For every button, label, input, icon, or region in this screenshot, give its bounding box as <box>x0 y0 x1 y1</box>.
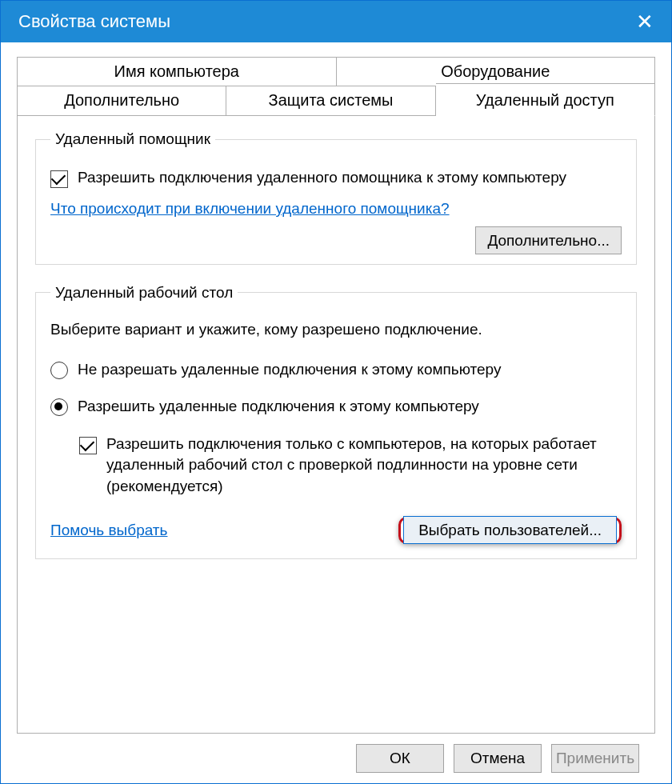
tab-strip: Имя компьютера Оборудование Дополнительн… <box>17 57 655 116</box>
group-remote-desktop: Удаленный рабочий стол Выберите вариант … <box>35 284 637 559</box>
link-help-choose[interactable]: Помочь выбрать <box>50 522 167 539</box>
tab-computer-name[interactable]: Имя компьютера <box>17 57 337 86</box>
checkbox-allow-remote-assistance[interactable] <box>50 170 68 188</box>
highlight-select-users: Выбрать пользователей... <box>398 517 622 544</box>
radio-allow-remote[interactable] <box>50 398 68 416</box>
tab-advanced[interactable]: Дополнительно <box>17 86 226 116</box>
dialog-footer: ОК Отмена Применить <box>17 734 655 783</box>
content-area: Имя компьютера Оборудование Дополнительн… <box>1 42 671 783</box>
remote-desktop-instruction: Выберите вариант и укажите, кому разреше… <box>50 321 622 338</box>
checkbox-allow-remote-assistance-label: Разрешить подключения удаленного помощни… <box>78 167 566 189</box>
group-remote-assistance: Удаленный помощник Разрешить подключения… <box>35 130 637 265</box>
checkbox-nla-only-label: Разрешить подключения только с компьютер… <box>106 434 622 498</box>
radio-dont-allow-remote[interactable] <box>50 362 68 379</box>
tab-panel-remote: Удаленный помощник Разрешить подключения… <box>17 116 655 734</box>
checkbox-nla-only[interactable] <box>79 437 97 454</box>
tab-system-protection[interactable]: Защита системы <box>226 86 435 116</box>
link-what-happens-remote-assistance[interactable]: Что происходит при включении удаленного … <box>50 200 450 217</box>
tab-hardware[interactable]: Оборудование <box>337 57 656 86</box>
advanced-button[interactable]: Дополнительно... <box>475 226 622 254</box>
ok-button[interactable]: ОК <box>356 744 444 773</box>
window-title: Свойства системы <box>18 11 170 32</box>
select-users-button[interactable]: Выбрать пользователей... <box>403 516 617 544</box>
group-remote-assistance-legend: Удаленный помощник <box>50 130 215 148</box>
close-icon[interactable]: ✕ <box>636 10 654 34</box>
tab-remote[interactable]: Удаленный доступ <box>436 83 655 116</box>
radio-dont-allow-remote-label: Не разрешать удаленные подключения к это… <box>78 359 501 381</box>
titlebar: Свойства системы ✕ <box>1 1 671 42</box>
apply-button[interactable]: Применить <box>551 744 639 773</box>
system-properties-window: Свойства системы ✕ Имя компьютера Оборуд… <box>0 0 672 784</box>
radio-allow-remote-label: Разрешить удаленные подключения к этому … <box>78 396 479 418</box>
group-remote-desktop-legend: Удаленный рабочий стол <box>50 284 238 302</box>
cancel-button[interactable]: Отмена <box>454 744 542 773</box>
